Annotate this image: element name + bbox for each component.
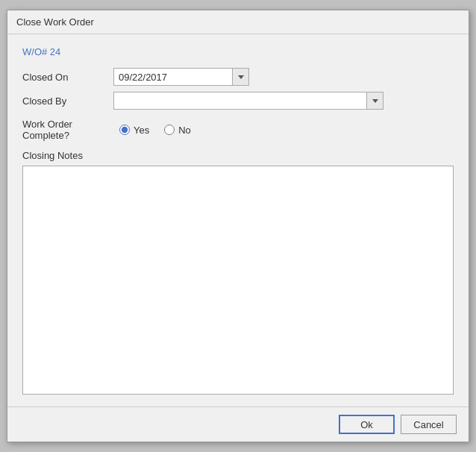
closed-on-input[interactable] [113,68,233,86]
no-option[interactable]: No [164,125,191,136]
closed-on-label: Closed On [22,72,104,83]
wo-number: W/O# 24 [22,46,454,57]
yes-option[interactable]: Yes [119,125,149,136]
yes-label[interactable]: Yes [134,125,149,136]
ok-button[interactable]: Ok [339,415,395,434]
closed-on-control [113,68,249,86]
closed-by-control [113,92,383,110]
work-order-complete-row: Work Order Complete? Yes No [22,119,454,141]
dialog-title-bar: Close Work Order [7,10,469,34]
closed-by-dropdown-btn[interactable] [367,92,383,110]
dialog-body: W/O# 24 Closed On Closed By Work [7,34,469,407]
closing-notes-textarea[interactable] [22,166,454,395]
closing-notes-label: Closing Notes [22,150,454,161]
form-section: Closed On Closed By [22,68,454,110]
yes-radio[interactable] [119,125,130,135]
work-order-complete-label: Work Order Complete? [22,119,104,141]
dialog-footer: Ok Cancel [7,407,469,442]
closed-by-label: Closed By [22,95,104,107]
dialog-title: Close Work Order [16,16,94,28]
cancel-button[interactable]: Cancel [401,415,457,434]
closed-on-row: Closed On [22,68,454,86]
close-work-order-dialog: Close Work Order W/O# 24 Closed On Close… [7,10,469,442]
no-radio[interactable] [164,125,175,135]
closed-by-input[interactable] [113,92,367,110]
closing-notes-section: Closing Notes [22,150,454,395]
no-label[interactable]: No [178,125,191,136]
closed-on-dropdown-btn[interactable] [233,68,249,86]
closed-by-row: Closed By [22,92,454,110]
